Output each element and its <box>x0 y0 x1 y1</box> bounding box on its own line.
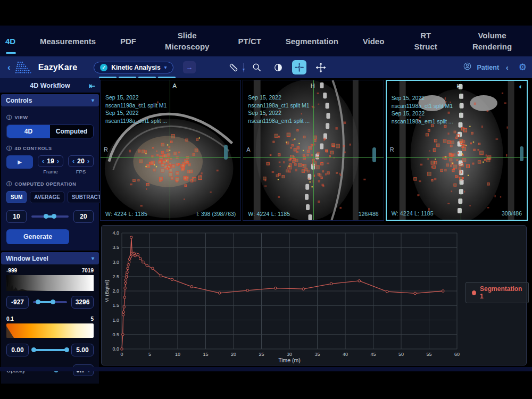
back-chevron-icon[interactable]: ‹ <box>7 63 11 72</box>
controls-panel-title: Controls <box>6 97 32 104</box>
slice-index-readout: I: 398 (398/763) <box>196 211 236 217</box>
nav-tab-ptct[interactable]: PT/CT <box>238 36 261 47</box>
range-to-input[interactable]: 20 <box>73 210 94 223</box>
fps-prev-icon[interactable]: ‹ <box>72 157 74 165</box>
controls-panel-header[interactable]: Controls ▾ <box>1 94 99 106</box>
scroll-indicator[interactable] <box>372 147 376 162</box>
frame-next-icon[interactable]: › <box>57 157 59 165</box>
nav-tab-slide-microscopy[interactable]: Slide Microscopy <box>161 30 214 52</box>
brand-name: EazyKare <box>38 63 78 72</box>
nav-tab-volume-rendering[interactable]: Volume Rendering <box>467 30 517 52</box>
sidebar-collapse-icon[interactable]: ⇤ <box>89 81 95 90</box>
viewport-sagittal[interactable]: H A Sep 15, 2022nscan1198a_ct1 split M1 … <box>243 80 384 221</box>
colormap-low-input[interactable]: 0.00 <box>6 344 29 356</box>
window-level-title: Window Level <box>6 255 48 262</box>
crosshair-horizontal-line[interactable] <box>387 157 527 158</box>
window-level-slider[interactable] <box>33 301 67 303</box>
ct-histogram <box>6 275 94 291</box>
scroll-indicator[interactable] <box>224 145 228 160</box>
chevron-down-icon: ▾ <box>92 97 94 103</box>
svg-text:25: 25 <box>259 352 264 357</box>
generate-button[interactable]: Generate <box>6 229 69 244</box>
svg-text:50: 50 <box>398 352 404 357</box>
frame-range-slider[interactable] <box>31 215 69 218</box>
patient-label[interactable]: Patient <box>477 64 499 71</box>
fps-next-icon[interactable]: › <box>87 157 89 165</box>
view-option-4d[interactable]: 4D <box>7 125 50 138</box>
viewport-contrast-icon[interactable]: ◐ <box>519 83 523 90</box>
svg-text:45: 45 <box>370 352 376 357</box>
svg-text:5: 5 <box>148 352 151 357</box>
chevron-down-icon: ▾ <box>92 255 94 261</box>
workflow-select[interactable]: ✓ Kinetic Analysis ▾ <box>94 62 173 73</box>
nav-tab-segmentation[interactable]: Segmentation <box>286 36 338 47</box>
crosshair-vertical-line[interactable] <box>461 81 461 220</box>
play-button[interactable]: ▶ <box>6 155 33 169</box>
orientation-marker-left: R <box>104 146 108 153</box>
patient-icon[interactable] <box>463 62 472 73</box>
search-icon[interactable] <box>250 60 264 74</box>
window-level-panel-header[interactable]: Window Level ▾ <box>1 252 99 264</box>
orientation-marker-top: H <box>311 82 315 89</box>
range-handle-high[interactable] <box>52 214 56 219</box>
svg-text:3.5: 3.5 <box>112 245 119 250</box>
colormap-min: 0.1 <box>6 316 14 322</box>
kinetic-analysis-chart-panel: 0510152025303540455055600.00.51.01.52.02… <box>101 225 527 365</box>
svg-text:10: 10 <box>175 352 180 357</box>
orientation-marker-top: H <box>456 83 461 89</box>
fps-value[interactable]: 20 <box>77 157 85 165</box>
frame-stepper: ‹ 19 › <box>38 155 63 167</box>
crosshair-tool-icon[interactable] <box>292 60 306 74</box>
ruler-dropdown-chevron-icon[interactable]: ▾ <box>243 67 245 72</box>
workflow-next-button[interactable]: → <box>183 61 196 73</box>
4d-controls-section-label: ⓘ 4D CONTROLS <box>6 145 94 152</box>
viewport-axial[interactable]: A R Sep 15, 2022nscan1198a_ct1 split M1 … <box>100 80 241 221</box>
pan-icon[interactable] <box>313 60 328 74</box>
patient-collapse-chevron-icon[interactable]: ‹ <box>506 63 509 72</box>
level-handle-high[interactable] <box>51 300 55 304</box>
viewport-coronal[interactable]: H R ◐ Sep 15, 2022nscan1198a_ct1 split M… <box>386 80 528 221</box>
colormap-high-input[interactable]: 5.00 <box>71 344 94 356</box>
svg-text:1.0: 1.0 <box>112 318 119 323</box>
sidebar: 4D Workflow ⇤ Controls ▾ ⓘ VIEW 4D Compu… <box>0 78 100 367</box>
view-option-computed[interactable]: Computed <box>50 125 93 138</box>
colormap-handle-low[interactable] <box>31 347 36 352</box>
operation-average-button[interactable]: AVERAGE <box>30 191 64 203</box>
brand-logo-icon <box>15 61 34 74</box>
fps-label: FPS <box>68 169 94 174</box>
crosshair-vertical-line[interactable] <box>313 80 314 220</box>
level-handle-low[interactable] <box>36 300 40 304</box>
viewport-grid: A R Sep 15, 2022nscan1198a_ct1 split M1 … <box>100 80 528 221</box>
colormap-range-slider[interactable] <box>33 349 67 351</box>
contrast-icon[interactable] <box>271 60 285 74</box>
range-from-input[interactable]: 10 <box>6 210 27 223</box>
level-low-input[interactable]: -927 <box>6 296 29 309</box>
nav-tab-rt-struct[interactable]: RT Struct <box>409 30 443 52</box>
series-color-dot <box>472 290 476 295</box>
level-high-input[interactable]: 3296 <box>71 296 94 309</box>
gear-icon[interactable]: ⚙ <box>519 62 527 73</box>
colormap-max: 5 <box>90 316 94 322</box>
view-toggle: 4D Computed <box>6 124 94 138</box>
crosshair-horizontal-line[interactable] <box>243 157 383 158</box>
window-level-readout: W: 4224 L: 1185 <box>248 211 290 217</box>
svg-text:15: 15 <box>203 352 208 357</box>
svg-text:Time (m): Time (m) <box>278 357 301 363</box>
crosshair-vertical-line[interactable] <box>170 80 170 220</box>
time-activity-curve[interactable]: 0510152025303540455055600.00.51.01.52.02… <box>104 227 463 364</box>
frame-prev-icon[interactable]: ‹ <box>42 157 44 165</box>
crosshair-horizontal-line[interactable] <box>101 157 240 158</box>
nav-tab-video[interactable]: Video <box>363 36 385 47</box>
scroll-indicator[interactable] <box>520 146 523 161</box>
range-handle-low[interactable] <box>44 214 48 219</box>
ruler-icon[interactable] <box>226 60 240 74</box>
nav-tab-4d[interactable]: 4D <box>5 36 15 47</box>
nav-tab-pdf[interactable]: PDF <box>120 36 136 47</box>
orientation-marker-top: A <box>173 82 177 89</box>
nav-tab-measurements[interactable]: Measurements <box>40 36 96 47</box>
frame-value[interactable]: 19 <box>47 157 54 165</box>
operation-sum-button[interactable]: SUM <box>6 191 27 203</box>
main-area: 4D Workflow ⇤ Controls ▾ ⓘ VIEW 4D Compu… <box>0 78 532 371</box>
colormap-handle-high[interactable] <box>64 347 69 352</box>
chart-legend[interactable]: Segmentation 1 <box>466 282 529 303</box>
